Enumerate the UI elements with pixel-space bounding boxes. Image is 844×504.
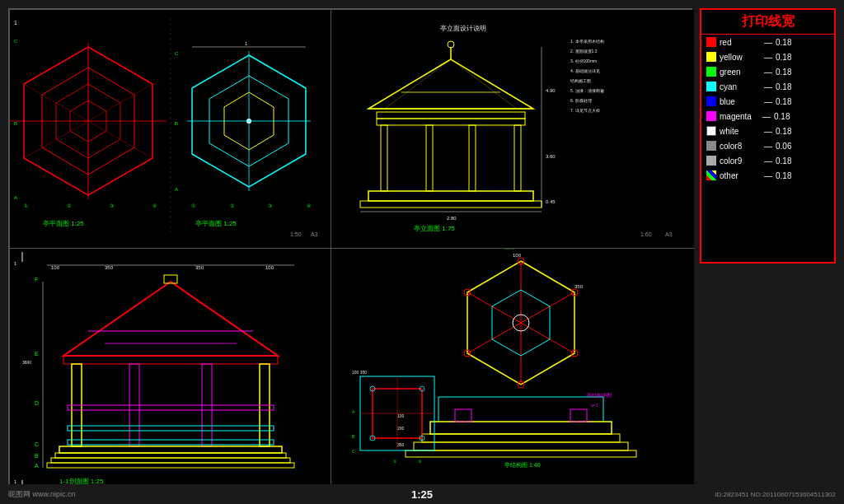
legend-item-yellow: yellow — 0.18 <box>701 49 834 64</box>
svg-text:A: A <box>175 187 178 192</box>
svg-text:5. 油漆：清漆两遍: 5. 油漆：清漆两遍 <box>570 88 604 93</box>
svg-text:2. 屋面坡度1:2: 2. 屋面坡度1:2 <box>570 49 598 54</box>
svg-rect-43 <box>514 125 521 191</box>
svg-text:100: 100 <box>397 413 405 418</box>
svg-marker-70 <box>63 282 278 356</box>
legend-item-color9: color9 — 0.18 <box>701 153 834 168</box>
svg-rect-80 <box>68 405 274 410</box>
legend-value-red: 0.18 <box>776 38 791 47</box>
legend-item-color8: color8 — 0.06 <box>701 138 834 153</box>
svg-text:350: 350 <box>195 265 204 270</box>
svg-text:1. 本亭采用木结构: 1. 本亭采用木结构 <box>570 39 604 44</box>
svg-rect-40 <box>381 125 387 191</box>
svg-text:1:60: 1:60 <box>640 231 652 237</box>
legend-item-white: white — 0.18 <box>701 124 834 138</box>
svg-text:结构施工图: 结构施工图 <box>570 78 591 83</box>
svg-text:①: ① <box>191 203 195 208</box>
svg-text:2.80: 2.80 <box>447 216 457 221</box>
svg-rect-85 <box>51 458 290 463</box>
svg-text:1: 1 <box>14 261 17 266</box>
svg-text:100 350: 100 350 <box>352 370 367 375</box>
svg-rect-82 <box>68 440 274 445</box>
yellow-swatch <box>706 52 716 62</box>
legend-label-other: other <box>720 171 761 180</box>
svg-rect-86 <box>47 463 294 468</box>
svg-text:100: 100 <box>265 265 274 270</box>
svg-text:A3: A3 <box>311 231 318 237</box>
legend-label-red: red <box>720 38 761 47</box>
svg-rect-45 <box>377 112 525 119</box>
svg-text:A: A <box>352 409 355 414</box>
svg-rect-42 <box>469 125 476 191</box>
svg-text:亭结构详图: 亭结构详图 <box>587 392 612 398</box>
svg-text:C: C <box>14 39 18 44</box>
svg-line-112 <box>467 292 521 323</box>
legend-dash-red: — <box>764 38 772 47</box>
legend-label-color9: color9 <box>720 156 761 166</box>
legend-item-blue: blue — 0.18 <box>701 94 834 109</box>
svg-rect-81 <box>68 426 274 431</box>
svg-text:C: C <box>352 449 355 454</box>
svg-rect-128 <box>455 409 471 422</box>
print-linewidth-legend: 打印线宽 red — 0.18 yellow — 0.18 green — 0.… <box>700 8 836 264</box>
svg-rect-41 <box>426 125 433 191</box>
svg-text:B: B <box>35 453 39 459</box>
color9-swatch <box>706 156 716 166</box>
svg-rect-83 <box>59 446 282 453</box>
svg-text:④: ④ <box>307 203 311 208</box>
svg-text:B: B <box>175 121 178 126</box>
svg-text:B: B <box>352 434 355 439</box>
svg-text:1: 1 <box>245 41 248 46</box>
svg-text:6. 防腐处理: 6. 防腐处理 <box>570 98 592 103</box>
svg-line-111 <box>467 323 521 353</box>
svg-line-49 <box>451 59 517 109</box>
color8-swatch <box>706 141 716 151</box>
svg-text:①: ① <box>24 203 28 208</box>
svg-point-52 <box>448 41 454 48</box>
svg-text:F: F <box>35 277 38 282</box>
green-swatch <box>706 67 716 77</box>
svg-text:100: 100 <box>513 253 522 258</box>
svg-text:C: C <box>175 51 179 56</box>
panel-top-left: C B A ① ② ③ ④ <box>10 10 331 249</box>
cyan-swatch <box>706 82 716 91</box>
svg-rect-125 <box>422 434 620 442</box>
bottom-bar: 昵图网 www.nipic.cn 1:25 ID:2823451 NO:2011… <box>0 484 844 504</box>
svg-text:350: 350 <box>105 265 114 270</box>
legend-item-other: other — 0.18 <box>701 168 834 183</box>
svg-rect-126 <box>414 442 628 450</box>
legend-value-yellow: 0.18 <box>776 53 791 62</box>
legend-label-white: white <box>720 127 761 136</box>
svg-text:1: 1 <box>14 20 17 26</box>
svg-line-48 <box>385 59 451 109</box>
svg-text:亭结构图 1:40: 亭结构图 1:40 <box>504 462 541 468</box>
legend-label-color8: color8 <box>720 142 761 151</box>
svg-text:350: 350 <box>574 284 584 289</box>
legend-title: 打印线宽 <box>701 10 834 35</box>
magenta-swatch <box>706 111 716 121</box>
other-swatch <box>706 170 716 180</box>
legend-value-white: 0.18 <box>776 127 791 136</box>
legend-item-magenta: magenta — 0.18 <box>701 109 834 124</box>
blue-swatch <box>706 96 716 106</box>
svg-rect-127 <box>406 450 636 457</box>
legend-value-other: 0.18 <box>776 171 791 180</box>
svg-rect-44 <box>377 119 525 125</box>
svg-text:亭立面设计说明: 亭立面设计说明 <box>440 25 486 32</box>
legend-label-green: green <box>720 68 761 77</box>
svg-text:③: ③ <box>110 203 114 208</box>
svg-text:4. 基础做法详见: 4. 基础做法详见 <box>570 68 600 73</box>
legend-label-blue: blue <box>720 97 761 106</box>
svg-text:亭立面图 1:75: 亭立面图 1:75 <box>414 225 455 232</box>
svg-text:上部: 上部 <box>504 249 516 250</box>
legend-item-red: red — 0.18 <box>701 35 834 49</box>
svg-text:A: A <box>35 463 39 469</box>
watermark-text: 昵图网 www.nipic.cn <box>8 489 76 500</box>
svg-text:②: ② <box>230 203 234 208</box>
svg-rect-129 <box>570 409 587 422</box>
panel-bottom-left: F E D C B A 100 350 350 100 3600 <box>10 249 331 497</box>
red-swatch <box>706 37 716 47</box>
svg-text:③: ③ <box>418 459 422 464</box>
svg-text:3600: 3600 <box>22 360 31 365</box>
svg-text:A3: A3 <box>665 231 673 237</box>
